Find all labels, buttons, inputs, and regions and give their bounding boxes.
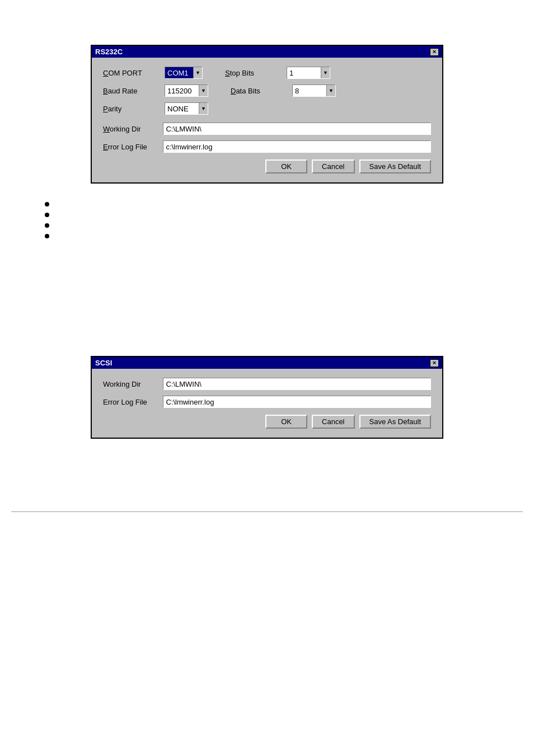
parity-value: NONE: [165, 103, 199, 114]
page-divider: [11, 511, 523, 512]
bullet-dot-4: [45, 234, 49, 238]
bullet-item-1: [45, 200, 489, 206]
parity-select[interactable]: NONE ▼: [165, 102, 208, 115]
stop-bits-arrow[interactable]: ▼: [321, 67, 330, 78]
scsi-ok-button[interactable]: OK: [265, 415, 307, 429]
baud-rate-arrow[interactable]: ▼: [199, 85, 208, 96]
rs232c-title: RS232C: [95, 48, 123, 56]
scsi-close-button[interactable]: ×: [430, 359, 439, 367]
bullet-dot-3: [45, 223, 49, 228]
bullet-dot-1: [45, 202, 49, 206]
scsi-cancel-button[interactable]: Cancel: [312, 415, 354, 429]
rs232c-body: COM PORT COM1 ▼ Stop Bits 1 ▼: [92, 58, 442, 182]
baud-rate-select[interactable]: 115200 ▼: [165, 84, 208, 97]
rs232c-titlebar: RS232C ×: [92, 46, 442, 58]
data-bits-select[interactable]: 8 ▼: [292, 84, 336, 97]
stop-bits-value: 1: [287, 67, 321, 78]
scsi-button-row: OK Cancel Save As Default: [103, 415, 431, 429]
bullet-item-3: [45, 222, 489, 228]
working-dir-label: Working Dir: [103, 125, 163, 133]
com-port-select[interactable]: COM1 ▼: [165, 67, 203, 79]
parity-label: Parity: [103, 105, 165, 113]
data-bits-arrow[interactable]: ▼: [326, 85, 335, 96]
stop-bits-label: Stop Bits: [225, 69, 287, 77]
scsi-titlebar: SCSI ×: [92, 357, 442, 369]
rs232c-dialog: RS232C × COM PORT COM1 ▼ Stop Bits: [91, 45, 443, 184]
parity-arrow[interactable]: ▼: [199, 103, 208, 114]
error-log-label: Error Log File: [103, 143, 163, 151]
bullet-list: [45, 200, 489, 238]
bullet-item-2: [45, 211, 489, 217]
com-port-value: COM1: [165, 67, 193, 78]
rs232c-ok-button[interactable]: OK: [265, 159, 307, 173]
scsi-body: Working Dir C:\LMWIN\ Error Log File C:\…: [92, 369, 442, 438]
scsi-working-dir-label: Working Dir: [103, 380, 163, 388]
data-bits-value: 8: [293, 85, 326, 96]
rs232c-cancel-button[interactable]: Cancel: [312, 159, 354, 173]
data-bits-label: Data Bits: [231, 87, 292, 95]
error-log-input[interactable]: c:\lmwinerr.log: [163, 140, 431, 153]
working-dir-input[interactable]: C:\LMWIN\: [163, 123, 431, 135]
rs232c-save-default-button[interactable]: Save As Default: [359, 159, 432, 173]
baud-rate-value: 115200: [165, 85, 199, 96]
bullet-item-4: [45, 232, 489, 238]
scsi-error-log-input[interactable]: C:\lmwinerr.log: [163, 396, 431, 408]
baud-rate-label: Baud Rate: [103, 87, 165, 95]
rs232c-button-row: OK Cancel Save As Default: [103, 159, 431, 173]
stop-bits-select[interactable]: 1 ▼: [287, 67, 330, 79]
scsi-error-log-label: Error Log File: [103, 398, 163, 406]
bullet-dot-2: [45, 213, 49, 217]
scsi-dialog: SCSI × Working Dir C:\LMWIN\ Error Log F…: [91, 356, 443, 439]
com-port-arrow[interactable]: ▼: [193, 67, 202, 78]
scsi-title: SCSI: [95, 359, 112, 367]
com-port-label: COM PORT: [103, 69, 165, 77]
scsi-save-default-button[interactable]: Save As Default: [359, 415, 432, 429]
scsi-working-dir-input[interactable]: C:\LMWIN\: [163, 378, 431, 390]
rs232c-close-button[interactable]: ×: [430, 48, 439, 56]
